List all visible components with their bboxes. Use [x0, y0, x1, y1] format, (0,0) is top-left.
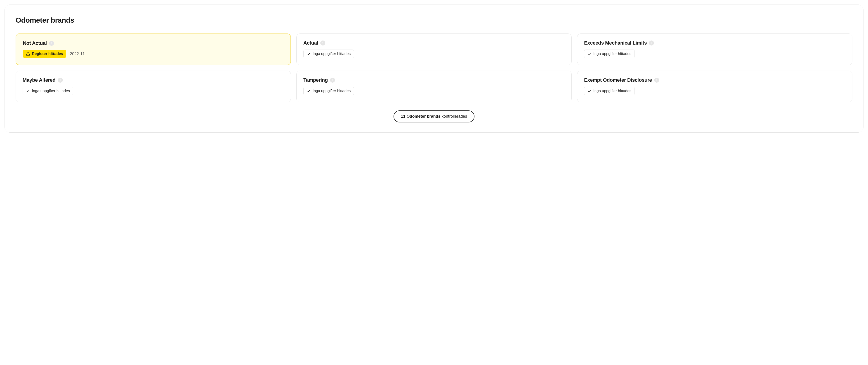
check-icon: [587, 89, 592, 93]
badge-text: Inga uppgifter hittades: [593, 52, 631, 56]
badge-text: Inga uppgifter hittades: [593, 89, 631, 93]
status-row: Register hittades2022-11: [23, 50, 284, 58]
status-row: Inga uppgifter hittades: [303, 50, 565, 58]
brand-card: Exempt Odometer DisclosureInga uppgifter…: [577, 71, 852, 102]
summary-pill[interactable]: 11 Odometer brands kontrollerades: [394, 110, 474, 122]
status-badge-neutral: Inga uppgifter hittades: [303, 87, 354, 95]
badge-text: Inga uppgifter hittades: [313, 52, 350, 56]
brand-card: Maybe AlteredInga uppgifter hittades: [16, 71, 291, 102]
status-badge-neutral: Inga uppgifter hittades: [584, 87, 635, 95]
summary-rest: kontrollerades: [442, 114, 467, 119]
badge-text: Inga uppgifter hittades: [32, 89, 70, 93]
status-badge-neutral: Inga uppgifter hittades: [584, 50, 635, 58]
help-icon[interactable]: [49, 41, 54, 46]
card-title: Not Actual: [23, 40, 47, 46]
card-title: Exceeds Mechanical Limits: [584, 40, 647, 46]
card-title: Maybe Altered: [23, 77, 56, 83]
card-title: Tampering: [303, 77, 328, 83]
status-badge-neutral: Inga uppgifter hittades: [23, 87, 73, 95]
brand-card: Not ActualRegister hittades2022-11: [16, 33, 291, 65]
status-badge-warning: Register hittades: [23, 50, 66, 58]
status-row: Inga uppgifter hittades: [303, 87, 565, 95]
warning-triangle-icon: [26, 52, 30, 56]
status-row: Inga uppgifter hittades: [23, 87, 284, 95]
card-title-row: Tampering: [303, 77, 565, 83]
footer-wrap: 11 Odometer brands kontrollerades: [16, 110, 852, 122]
summary-count: 11 Odometer brands: [401, 114, 440, 119]
card-title-row: Exempt Odometer Disclosure: [584, 77, 845, 83]
record-date: 2022-11: [70, 52, 85, 56]
cards-grid: Not ActualRegister hittades2022-11Actual…: [16, 33, 852, 102]
card-title: Exempt Odometer Disclosure: [584, 77, 652, 83]
status-row: Inga uppgifter hittades: [584, 50, 845, 58]
section-title: Odometer brands: [16, 16, 852, 24]
check-icon: [307, 52, 311, 56]
check-icon: [587, 52, 592, 56]
card-title-row: Not Actual: [23, 40, 284, 46]
card-title-row: Exceeds Mechanical Limits: [584, 40, 845, 46]
odometer-brands-panel: Odometer brands Not ActualRegister hitta…: [4, 4, 864, 133]
card-title-row: Actual: [303, 40, 565, 46]
help-icon[interactable]: [320, 40, 325, 46]
card-title-row: Maybe Altered: [23, 77, 284, 83]
status-badge-neutral: Inga uppgifter hittades: [303, 50, 354, 58]
badge-text: Register hittades: [32, 52, 63, 56]
card-title: Actual: [303, 40, 318, 46]
brand-card: TamperingInga uppgifter hittades: [296, 71, 572, 102]
brand-card: ActualInga uppgifter hittades: [296, 33, 572, 65]
brand-card: Exceeds Mechanical LimitsInga uppgifter …: [577, 33, 852, 65]
check-icon: [307, 89, 311, 93]
help-icon[interactable]: [58, 78, 63, 83]
check-icon: [26, 89, 30, 93]
status-row: Inga uppgifter hittades: [584, 87, 845, 95]
help-icon[interactable]: [649, 40, 654, 46]
help-icon[interactable]: [654, 78, 659, 83]
help-icon[interactable]: [330, 78, 335, 83]
badge-text: Inga uppgifter hittades: [313, 89, 350, 93]
